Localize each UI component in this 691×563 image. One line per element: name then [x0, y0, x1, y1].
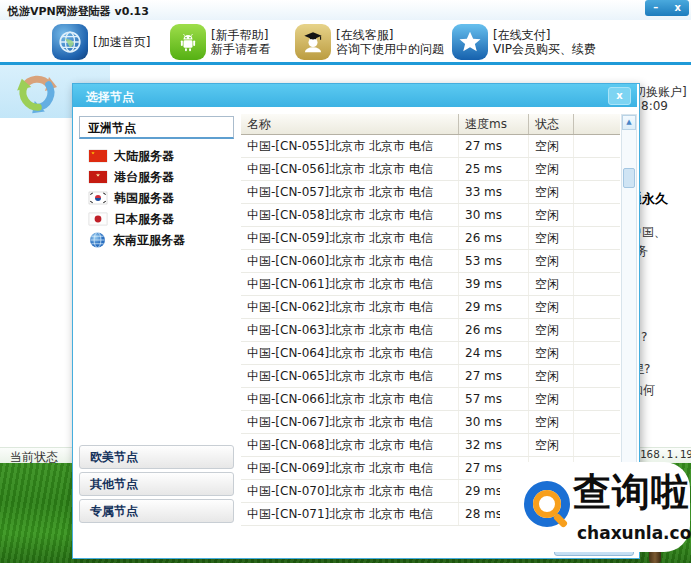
- cell-name: 中国-[CN-056]北京市 北京市 电信: [241, 158, 459, 180]
- cell-name: 中国-[CN-066]北京市 北京市 电信: [241, 388, 459, 410]
- cell-status: 空闲: [529, 365, 574, 387]
- cell-name: 中国-[CN-062]北京市 北京市 电信: [241, 296, 459, 318]
- cell-status: 空闲: [529, 227, 574, 249]
- toolbar: [加速首页] [新手帮助] 新手请看看 [在线客服] 咨询下使用中的问题: [0, 20, 691, 62]
- cell-status: 空闲: [529, 342, 574, 364]
- cell-status: 空闲: [529, 273, 574, 295]
- app-window: 悦游VPN网游登陆器 v0.13 – x [加速首页] [新手帮助] 新手请看看: [0, 0, 691, 563]
- scroll-up-button[interactable]: ▲: [622, 115, 636, 130]
- column-header-empty: [574, 114, 620, 134]
- sidebar-item-southeast-asia[interactable]: 东南亚服务器: [81, 230, 233, 250]
- star-pay-icon: [452, 24, 488, 60]
- node-table-header[interactable]: 名称 速度ms 状态: [241, 114, 620, 135]
- cell-speed: 53 ms: [459, 250, 529, 272]
- sidebar-item-korea[interactable]: 韩国服务器: [81, 188, 233, 208]
- globe-home-icon: [52, 24, 88, 60]
- cell-name: 中国-[CN-069]北京市 北京市 电信: [241, 457, 459, 479]
- cell-name: 中国-[CN-063]北京市 北京市 电信: [241, 319, 459, 341]
- table-row[interactable]: 中国-[CN-061]北京市 北京市 电信 39 ms 空闲: [241, 273, 620, 296]
- cell-status: 空闲: [529, 388, 574, 410]
- cell-speed: 39 ms: [459, 273, 529, 295]
- sidebar-group-other[interactable]: 其他节点: [79, 472, 234, 496]
- table-row[interactable]: 中国-[CN-064]北京市 北京市 电信 24 ms 空闲: [241, 342, 620, 365]
- cell-status: 空闲: [529, 250, 574, 272]
- table-row[interactable]: 中国-[CN-056]北京市 北京市 电信 25 ms 空闲: [241, 158, 620, 181]
- table-row[interactable]: 中国-[CN-068]北京市 北京市 电信 32 ms 空闲: [241, 434, 620, 457]
- fragment-question1: ?: [641, 330, 647, 344]
- sidebar-item-label: 东南亚服务器: [113, 232, 185, 249]
- cell-status: 空闲: [529, 204, 574, 226]
- table-row[interactable]: 中国-[CN-067]北京市 北京市 电信 30 ms 空闲: [241, 411, 620, 434]
- table-row[interactable]: 中国-[CN-066]北京市 北京市 电信 57 ms 空闲: [241, 388, 620, 411]
- cell-name: 中国-[CN-068]北京市 北京市 电信: [241, 434, 459, 456]
- sidebar-group-exclusive[interactable]: 专属节点: [79, 499, 234, 523]
- sidebar-group-asia[interactable]: 亚洲节点: [79, 116, 234, 139]
- korea-flag-icon: [89, 192, 107, 204]
- cell-speed: 26 ms: [459, 227, 529, 249]
- column-header-speed[interactable]: 速度ms: [459, 114, 529, 134]
- dialog-close-button[interactable]: x: [608, 87, 631, 105]
- refresh-cycle-icon[interactable]: [12, 68, 62, 118]
- cell-empty: [574, 411, 620, 433]
- cell-speed: 33 ms: [459, 181, 529, 203]
- table-row[interactable]: 中国-[CN-055]北京市 北京市 电信 27 ms 空闲: [241, 135, 620, 158]
- toolbar-item-service[interactable]: [在线客服] 咨询下使用中的问题: [295, 22, 444, 62]
- cell-speed: 30 ms: [459, 411, 529, 433]
- cell-status: 空闲: [529, 135, 574, 157]
- cell-empty: [574, 365, 620, 387]
- toolbar-item-help[interactable]: [新手帮助] 新手请看看: [170, 22, 271, 62]
- cell-name: 中国-[CN-057]北京市 北京市 电信: [241, 181, 459, 203]
- cell-empty: [574, 250, 620, 272]
- cell-empty: [574, 342, 620, 364]
- scrollbar-thumb[interactable]: [623, 168, 635, 188]
- sidebar-item-label: 日本服务器: [114, 211, 174, 228]
- cell-speed: 24 ms: [459, 342, 529, 364]
- dialog-title-bar[interactable]: [73, 84, 637, 107]
- sidebar-item-label: 港台服务器: [114, 169, 174, 186]
- cell-speed: 57 ms: [459, 388, 529, 410]
- table-row[interactable]: 中国-[CN-060]北京市 北京市 电信 53 ms 空闲: [241, 250, 620, 273]
- sidebar-item-hk-tw[interactable]: 港台服务器: [81, 167, 233, 187]
- cell-empty: [574, 273, 620, 295]
- toolbar-item-pay[interactable]: [在线支付] VIP会员购买、续费: [452, 22, 596, 62]
- minimize-button[interactable]: –: [653, 1, 658, 15]
- cell-empty: [574, 388, 620, 410]
- sidebar-item-label: 大陆服务器: [114, 148, 174, 165]
- cell-name: 中国-[CN-065]北京市 北京市 电信: [241, 365, 459, 387]
- table-row[interactable]: 中国-[CN-058]北京市 北京市 电信 30 ms 空闲: [241, 204, 620, 227]
- table-row[interactable]: 中国-[CN-063]北京市 北京市 电信 26 ms 空闲: [241, 319, 620, 342]
- column-header-status[interactable]: 状态: [529, 114, 574, 134]
- sidebar-group-europe-america[interactable]: 欧美节点: [79, 445, 234, 469]
- cell-speed: 25 ms: [459, 158, 529, 180]
- cell-speed: 29 ms: [459, 296, 529, 318]
- toolbar-item-label: [加速首页]: [93, 35, 150, 49]
- table-row[interactable]: 中国-[CN-065]北京市 北京市 电信 27 ms 空闲: [241, 365, 620, 388]
- cell-speed: 32 ms: [459, 434, 529, 456]
- cell-empty: [574, 158, 620, 180]
- cell-status: 空闲: [529, 181, 574, 203]
- sidebar-item-japan[interactable]: 日本服务器: [81, 209, 233, 229]
- table-row[interactable]: 中国-[CN-059]北京市 北京市 电信 26 ms 空闲: [241, 227, 620, 250]
- column-header-name[interactable]: 名称: [241, 114, 459, 134]
- watermark-domain: chaxunla.com: [577, 523, 691, 543]
- cell-empty: [574, 319, 620, 341]
- close-button[interactable]: x: [674, 1, 680, 15]
- cell-empty: [574, 296, 620, 318]
- cell-name: 中国-[CN-067]北京市 北京市 电信: [241, 411, 459, 433]
- table-row[interactable]: 中国-[CN-062]北京市 北京市 电信 29 ms 空闲: [241, 296, 620, 319]
- sea-globe-icon: [89, 232, 106, 248]
- cell-status: 空闲: [529, 434, 574, 456]
- toolbar-item-label: [新手帮助] 新手请看看: [211, 28, 271, 56]
- cell-status: 空闲: [529, 158, 574, 180]
- cell-name: 中国-[CN-058]北京市 北京市 电信: [241, 204, 459, 226]
- cell-speed: 26 ms: [459, 319, 529, 341]
- toolbar-item-label: [在线支付] VIP会员购买、续费: [493, 28, 596, 56]
- cell-status: 空闲: [529, 296, 574, 318]
- cell-speed: 27 ms: [459, 135, 529, 157]
- cell-name: 中国-[CN-055]北京市 北京市 电信: [241, 135, 459, 157]
- sidebar-item-label: 韩国服务器: [114, 190, 174, 207]
- sidebar-item-mainland[interactable]: 大陆服务器: [81, 146, 233, 166]
- toolbar-item-home[interactable]: [加速首页]: [52, 22, 150, 62]
- table-row[interactable]: 中国-[CN-057]北京市 北京市 电信 33 ms 空闲: [241, 181, 620, 204]
- toolbar-item-label: [在线客服] 咨询下使用中的问题: [336, 28, 444, 56]
